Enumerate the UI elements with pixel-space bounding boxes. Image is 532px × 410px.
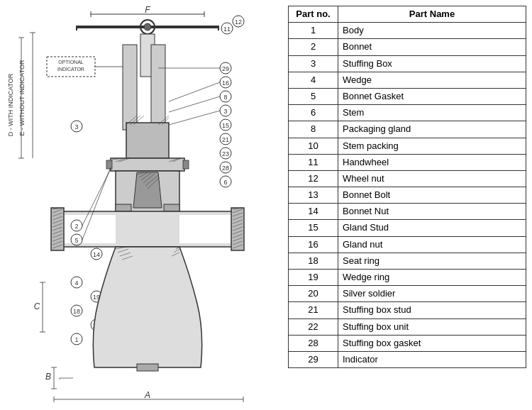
svg-text:15: 15 [222, 122, 229, 129]
svg-rect-46 [116, 213, 179, 245]
table-row: 2Bonnet [289, 39, 526, 55]
svg-text:14: 14 [93, 251, 100, 258]
part-number-cell: 11 [289, 154, 338, 170]
svg-text:INDICATOR: INDICATOR [57, 67, 84, 72]
part-number-cell: 14 [289, 204, 338, 220]
part-number-cell: 4 [289, 72, 338, 88]
svg-rect-48 [182, 217, 231, 240]
part-number-cell: 1 [289, 23, 338, 39]
part-number-cell: 18 [289, 253, 338, 269]
part-number-cell: 3 [289, 55, 338, 72]
svg-marker-35 [133, 172, 162, 208]
part-name-cell: Wedge ring [338, 270, 526, 286]
part-number-cell: 19 [289, 270, 338, 286]
svg-text:11: 11 [223, 26, 231, 33]
table-row: 3Stuffing Box [289, 55, 526, 72]
part-number-cell: 29 [289, 351, 338, 367]
table-row: 22Stuffing box unit [289, 318, 526, 335]
svg-rect-43 [164, 204, 179, 211]
svg-text:18: 18 [73, 308, 80, 315]
table-row: 1Body [289, 23, 526, 39]
svg-line-88 [169, 111, 220, 125]
svg-text:28: 28 [222, 165, 229, 172]
svg-text:8: 8 [223, 94, 227, 101]
table-row: 4Wedge [289, 72, 526, 88]
table-row: 20Silver soldier [289, 286, 526, 302]
part-name-cell: Bonnet Bolt [338, 187, 526, 204]
part-number-cell: 13 [289, 187, 338, 204]
part-number-cell: 5 [289, 88, 338, 104]
svg-text:2: 2 [74, 223, 78, 230]
table-row: 28Stuffing box gasket [289, 335, 526, 351]
svg-text:3: 3 [74, 123, 78, 131]
table-row: 11Handwheel [289, 154, 526, 170]
svg-text:E - WITHOUT INDICATOR: E - WITHOUT INDICATOR [18, 60, 26, 135]
table-row: 29Indicator [289, 351, 526, 367]
svg-rect-147 [137, 364, 158, 371]
part-name-cell: Bonnet Nut [338, 204, 526, 220]
table-row: 19Wedge ring [289, 270, 526, 286]
svg-rect-33 [183, 160, 189, 169]
svg-rect-20 [126, 123, 169, 158]
svg-text:A: A [144, 390, 150, 400]
svg-rect-14 [123, 45, 137, 130]
part-number-cell: 6 [289, 105, 338, 121]
svg-text:F: F [145, 6, 150, 15]
part-name-cell: Indicator [338, 351, 526, 367]
part-name-cell: Stuffing box unit [338, 318, 526, 335]
col-header-part-name: Part Name [338, 6, 526, 23]
svg-text:16: 16 [222, 79, 229, 87]
svg-text:B: B [45, 372, 51, 382]
part-name-cell: Stem packing [338, 138, 526, 154]
svg-text:21: 21 [222, 136, 229, 143]
part-name-cell: Bonnet Gasket [338, 88, 526, 104]
svg-rect-62 [231, 208, 244, 250]
part-name-cell: Stuffing box stud [338, 302, 526, 318]
svg-text:12: 12 [235, 18, 242, 26]
part-number-cell: 28 [289, 335, 338, 351]
part-name-cell: Stuffing box gasket [338, 335, 526, 351]
col-header-part-no: Part no. [289, 6, 338, 23]
part-number-cell: 2 [289, 39, 338, 55]
table-row: 12Wheel nut [289, 170, 526, 187]
svg-text:C: C [34, 301, 40, 311]
part-number-cell: 22 [289, 318, 338, 335]
svg-rect-32 [106, 160, 112, 169]
part-number-cell: 8 [289, 121, 338, 138]
part-name-cell: Bonnet [338, 39, 526, 55]
svg-rect-42 [116, 204, 131, 211]
svg-text:4: 4 [74, 279, 78, 287]
parts-table: Part no. Part Name 1Body2Bonnet3Stuffing… [288, 6, 526, 368]
part-name-cell: Gland Stud [338, 220, 526, 236]
table-row: 10Stem packing [289, 138, 526, 154]
part-name-cell: Silver soldier [338, 286, 526, 302]
svg-text:D - WITH INDICATOR: D - WITH INDICATOR [7, 73, 14, 136]
part-name-cell: Wedge [338, 72, 526, 88]
part-name-cell: Seat ring [338, 253, 526, 269]
part-name-cell: Stem [338, 105, 526, 121]
table-row: 21Stuffing box stud [289, 302, 526, 318]
part-name-cell: Handwheel [338, 154, 526, 170]
table-row: 5Bonnet Gasket [289, 88, 526, 104]
svg-rect-49 [51, 208, 64, 250]
part-number-cell: 21 [289, 302, 338, 318]
part-number-cell: 15 [289, 220, 338, 236]
svg-text:3: 3 [223, 108, 227, 115]
table-row: 8Packaging gland [289, 121, 526, 138]
part-name-cell: Wheel nut [338, 170, 526, 187]
svg-text:OPTIONAL: OPTIONAL [58, 60, 84, 65]
part-name-cell: Packaging gland [338, 121, 526, 138]
table-row: 18Seat ring [289, 253, 526, 269]
svg-text:29: 29 [222, 65, 229, 72]
diagram-area: F 11 12 OPTIONAL INDICATOR [6, 6, 282, 403]
table-row: 14Bonnet Nut [289, 204, 526, 220]
table-row: 6Stem [289, 105, 526, 121]
part-number-cell: 16 [289, 236, 338, 253]
svg-rect-15 [151, 45, 165, 130]
svg-point-8 [144, 23, 151, 31]
svg-text:1: 1 [74, 336, 78, 343]
parts-table-area: Part no. Part Name 1Body2Bonnet3Stuffing… [282, 6, 526, 403]
part-name-cell: Gland nut [338, 236, 526, 253]
part-number-cell: 20 [289, 286, 338, 302]
svg-text:6: 6 [223, 179, 227, 186]
